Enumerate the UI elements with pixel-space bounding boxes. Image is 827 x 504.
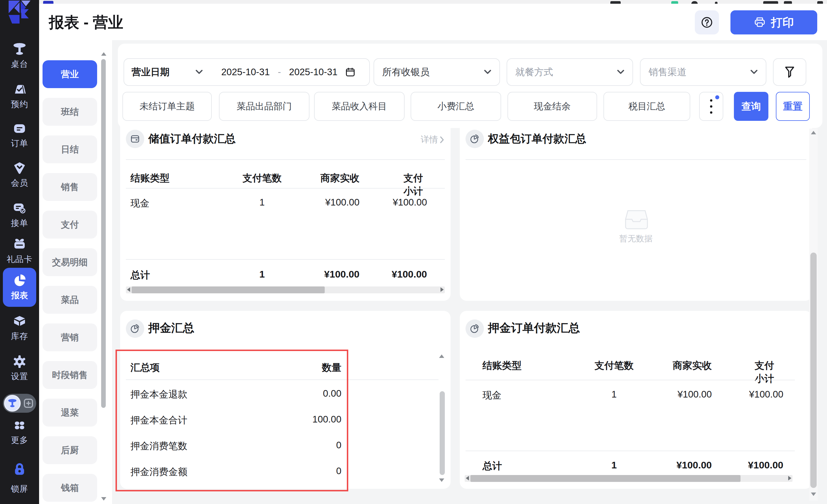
table-cell: 现金 (482, 389, 501, 402)
filter-panel: 营业日期 2025-10-31 - 2025-10-31 所有收银员 就餐方式 … (118, 44, 822, 128)
submenu-item-sales[interactable]: 销售 (43, 173, 97, 201)
pie-chart-icon (466, 130, 484, 148)
chrome-fragment (691, 1, 698, 4)
browser-chrome-strip (39, 0, 827, 4)
submenu-item-day-close[interactable]: 日结 (43, 135, 97, 163)
date-range-control[interactable]: 营业日期 2025-10-31 - 2025-10-31 (124, 58, 370, 86)
gift-card-icon (13, 238, 27, 251)
column-header: 支付笔数 (243, 172, 282, 185)
new-page-icon[interactable] (23, 398, 33, 408)
divider (126, 188, 445, 188)
table-cell: 1 (612, 389, 617, 400)
divider (126, 259, 445, 260)
submenu-item-transactions[interactable]: 交易明细 (43, 248, 97, 276)
scroll-right-icon[interactable] (788, 476, 791, 481)
scroll-left-icon[interactable] (127, 287, 130, 292)
page-scrollbar-thumb[interactable] (810, 253, 817, 488)
cashier-dropdown[interactable]: 所有收银员 (374, 58, 500, 86)
pie-chart-icon (126, 320, 144, 338)
scrollbar-thumb[interactable] (471, 475, 740, 482)
sidebar-item-reports[interactable]: 报表 (3, 268, 36, 307)
sidebar-item-tables[interactable]: 桌台 (0, 43, 39, 70)
sidebar-item-reservation[interactable]: 预约 (0, 83, 39, 110)
horizontal-scrollbar[interactable] (465, 475, 792, 482)
report-submenu: 营业 班结 日结 销售 支付 交易明细 菜品 营销 时段销售 退菜 后厨 钱箱 (39, 40, 112, 504)
table-cell: 现金 (131, 197, 149, 210)
quick-report-unsettled-orders[interactable]: 未结订单主题 (123, 92, 212, 121)
query-button[interactable]: 查询 (734, 92, 768, 121)
sidebar-item-members[interactable]: 会员 (0, 161, 39, 189)
order-icon (13, 122, 27, 135)
card-scroll-up-icon[interactable] (439, 354, 444, 358)
quick-report-tips-summary[interactable]: 小费汇总 (410, 92, 501, 121)
reset-button[interactable]: 重置 (776, 92, 810, 121)
chevron-down-icon (750, 69, 758, 75)
quick-report-tax-summary[interactable]: 税目汇总 (603, 92, 690, 121)
mode-toggle[interactable] (3, 394, 36, 413)
scroll-right-icon[interactable] (440, 287, 444, 292)
submenu-item-kitchen[interactable]: 后厨 (43, 436, 97, 464)
submenu-item-period-sales[interactable]: 时段销售 (43, 361, 97, 389)
pie-chart-icon (12, 273, 27, 288)
scrollbar-thumb[interactable] (132, 286, 325, 293)
total-cell: 1 (259, 269, 265, 280)
dining-mode-dropdown[interactable]: 就餐方式 (506, 58, 633, 86)
date-to-value[interactable]: 2025-10-31 (289, 67, 338, 77)
more-reports-button[interactable] (699, 92, 723, 121)
sidebar-item-accept-orders[interactable]: 接单 (0, 202, 39, 229)
column-header: 结账类型 (131, 172, 169, 185)
total-cell: ¥100.00 (676, 459, 712, 471)
quick-report-dish-department[interactable]: 菜品出品部门 (219, 92, 309, 121)
sidebar-item-label: 接单 (11, 218, 28, 229)
help-button[interactable] (695, 10, 719, 35)
sidebar-item-gift-cards[interactable]: 礼品卡 (0, 238, 39, 265)
quick-report-cash-balance[interactable]: 现金结余 (507, 92, 597, 121)
date-from-value[interactable]: 2025-10-31 (221, 67, 270, 77)
submenu-item-business[interactable]: 营业 (43, 60, 97, 88)
app-logo (8, 1, 31, 24)
submenu-scroll-up-icon[interactable] (101, 52, 106, 56)
submenu-scrollbar[interactable] (101, 59, 106, 408)
table-cell: ¥100.00 (325, 197, 359, 208)
submenu-item-marketing[interactable]: 营销 (43, 324, 97, 351)
divider (466, 159, 806, 160)
submenu-item-payments[interactable]: 支付 (43, 211, 97, 238)
submenu-item-cash-drawer[interactable]: 钱箱 (43, 474, 97, 502)
submenu-item-dishes[interactable]: 菜品 (43, 286, 97, 314)
horizontal-scrollbar[interactable] (126, 286, 445, 293)
card-scroll-down-icon[interactable] (439, 479, 444, 482)
accept-order-icon (13, 202, 27, 215)
kebab-menu-icon (710, 98, 713, 115)
inventory-box-icon (13, 315, 27, 328)
table-mode-icon[interactable] (4, 395, 21, 411)
submenu-scroll-down-icon[interactable] (101, 497, 106, 501)
print-button[interactable]: 打印 (730, 10, 817, 35)
sidebar-item-orders[interactable]: 订单 (0, 122, 39, 149)
card-title: 储值订单付款汇总 (148, 131, 236, 146)
sidebar-item-inventory[interactable]: 库存 (0, 315, 39, 342)
lock-icon (12, 461, 27, 477)
chrome-fragment (817, 1, 823, 4)
sales-channel-dropdown[interactable]: 销售渠道 (640, 58, 766, 86)
page-scroll-down-icon[interactable] (811, 493, 816, 496)
total-cell: 总计 (131, 269, 150, 282)
printer-icon (754, 16, 766, 29)
advanced-filter-button[interactable] (773, 58, 806, 86)
submenu-item-returns[interactable]: 退菜 (43, 399, 97, 427)
sidebar-item-settings[interactable]: 设置 (0, 355, 39, 382)
quick-report-dish-revenue[interactable]: 菜品收入科目 (314, 92, 404, 121)
total-cell: 总计 (482, 459, 502, 473)
page-scroll-up-icon[interactable] (811, 131, 816, 134)
sidebar-item-lock-screen[interactable]: 锁屏 (0, 461, 39, 495)
date-type-label[interactable]: 营业日期 (132, 66, 169, 79)
table-icon (13, 43, 27, 56)
column-header: 结账类型 (482, 359, 522, 372)
page-title: 报表 - 营业 (49, 12, 123, 33)
divider (466, 380, 795, 380)
detail-link[interactable]: 详情 (421, 134, 444, 146)
card-vertical-scrollbar[interactable] (440, 391, 445, 475)
scroll-left-icon[interactable] (466, 476, 469, 481)
sidebar-item-more[interactable]: 更多 (0, 419, 39, 446)
funnel-icon (784, 66, 796, 78)
submenu-item-shift-close[interactable]: 班结 (43, 98, 97, 126)
